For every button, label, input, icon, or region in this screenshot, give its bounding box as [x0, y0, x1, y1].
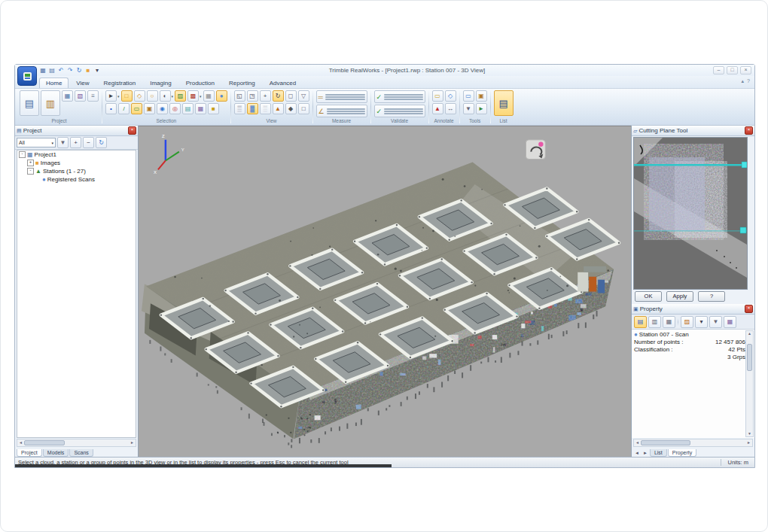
sphere-icon[interactable]: ◉ [157, 103, 168, 114]
tree-expander-icon[interactable]: - [27, 168, 34, 175]
render-intensity-icon[interactable]: ░ [260, 103, 271, 114]
scroll-right-icon[interactable]: ► [745, 440, 752, 445]
slice-handle-upper[interactable] [742, 162, 747, 168]
close-icon[interactable]: × [745, 305, 753, 313]
label-icon[interactable]: ◇ [445, 90, 456, 102]
cutting-plane-icon[interactable]: ▭ [463, 90, 474, 102]
tab-advanced[interactable]: Advanced [263, 78, 303, 88]
pin-view-icon[interactable]: ▤ [634, 316, 647, 328]
scroll-left-icon[interactable]: ◄ [17, 440, 24, 445]
open-project-button[interactable]: ▤ [20, 90, 39, 116]
panel-tab-project[interactable]: Project [17, 449, 42, 457]
minimize-ribbon-icon[interactable]: ▴ [742, 78, 745, 84]
zoom-window-icon[interactable]: ◳ [247, 90, 258, 102]
box-icon[interactable]: ▣ [144, 103, 155, 114]
orbit-icon[interactable]: ↻ [273, 90, 284, 102]
viewport-3d[interactable]: ZYX [139, 126, 631, 457]
tab-home[interactable]: Home [39, 78, 69, 88]
property-vscrollbar[interactable]: ▲ ▼ [745, 330, 754, 437]
pan-icon[interactable]: + [260, 90, 271, 102]
measure-angle-button[interactable]: ∠ [316, 105, 367, 117]
check-report-button[interactable]: ✓ [374, 105, 425, 117]
lock-icon[interactable]: ■ [208, 103, 219, 114]
zoom-extents-icon[interactable]: ◱ [234, 90, 245, 102]
orbit-button[interactable] [526, 140, 545, 160]
invert-icon[interactable]: ◐ [160, 90, 171, 102]
folder-icon[interactable]: ■ [84, 67, 92, 74]
sample-icon[interactable]: ▩ [187, 90, 199, 102]
dimension-icon[interactable]: ↔ [445, 103, 456, 114]
slice-line-lower[interactable] [634, 230, 747, 232]
help-button[interactable]: ? [698, 291, 725, 302]
tree-filter-combo[interactable]: All▾ [17, 138, 56, 147]
property-hscrollbar[interactable]: ◄ ► [633, 439, 753, 447]
filter-icon[interactable]: ▼ [709, 316, 722, 328]
color-by-icon[interactable]: ▨ [681, 316, 693, 328]
panel-tab-list[interactable]: List [650, 449, 667, 457]
filter-icon[interactable]: ▼ [57, 137, 69, 148]
tree-item[interactable]: -▦Project1 [17, 150, 136, 159]
tab-view[interactable]: View [69, 78, 96, 88]
detail-view-icon[interactable]: ▦ [663, 316, 675, 328]
plane-icon[interactable]: ▭ [131, 103, 142, 114]
scroll-thumb[interactable] [641, 440, 690, 445]
redo-icon[interactable]: ↷ [66, 67, 74, 74]
help-icon[interactable]: ? [747, 78, 750, 84]
measure-distance-button[interactable]: ═ [316, 90, 367, 103]
scroll-down-icon[interactable]: ▼ [746, 431, 753, 436]
tabs-right-icon[interactable]: ► [642, 449, 649, 457]
tree-item[interactable]: ●Registered Scans [17, 175, 136, 184]
scroll-thumb[interactable] [747, 344, 752, 371]
note-icon[interactable]: ▭ [432, 90, 443, 102]
collapse-all-icon[interactable]: − [83, 137, 94, 148]
full-screen-icon[interactable]: □ [298, 103, 309, 114]
application-menu-button[interactable] [17, 66, 37, 86]
close-icon[interactable]: × [745, 126, 753, 135]
station-icon[interactable]: ▲ [273, 103, 284, 114]
camera-icon[interactable]: ◆ [285, 103, 297, 114]
scroll-thumb[interactable] [24, 440, 65, 445]
flag-icon[interactable]: ▲ [432, 103, 443, 114]
dropdown-icon[interactable]: ▾ [695, 316, 708, 328]
poly-select-icon[interactable]: ◇ [134, 90, 145, 102]
mesh-icon[interactable]: ▦ [195, 103, 206, 114]
list-view-button[interactable]: ▤ [494, 90, 514, 116]
sample-dropdown-icon[interactable]: ▾ [200, 94, 202, 99]
tree-expander-icon[interactable]: + [27, 160, 34, 166]
invert-dropdown-icon[interactable]: ▾ [172, 94, 174, 99]
pick-dropdown-icon[interactable]: ▾ [117, 94, 120, 99]
limit-box-icon[interactable]: ▣ [476, 90, 487, 102]
save-icon[interactable]: ▦ [62, 90, 73, 102]
save-icon[interactable]: ▦ [39, 67, 47, 74]
slice-handle-lower[interactable] [740, 227, 746, 233]
refresh-icon[interactable]: ↻ [75, 67, 83, 74]
settings-icon[interactable]: ≡ [87, 90, 99, 102]
point-icon[interactable]: • [105, 103, 117, 114]
segment-icon[interactable]: ▨ [175, 90, 186, 102]
target-icon[interactable]: ◎ [169, 103, 181, 114]
export-icon[interactable]: ▧ [75, 90, 86, 102]
undo-icon[interactable]: ↶ [57, 67, 65, 74]
tree-item[interactable]: +■Images [17, 159, 136, 167]
render-points-icon[interactable]: ▒ [234, 103, 245, 114]
grid-icon[interactable]: ▦ [203, 90, 215, 102]
slice-preview-canvas[interactable] [633, 137, 748, 290]
rect-select-icon[interactable]: □ [121, 90, 133, 102]
line-icon[interactable]: / [118, 103, 130, 114]
slice-line-upper[interactable] [634, 164, 747, 166]
front-icon[interactable]: ◻ [285, 90, 297, 102]
panel-tab-scans[interactable]: Scans [69, 449, 93, 457]
scroll-up-icon[interactable]: ▲ [746, 331, 753, 336]
project-tree[interactable]: -▦Project1+■Images-▲Stations (1 - 27)●Re… [17, 150, 136, 438]
apply-button[interactable]: Apply [666, 291, 693, 302]
top-icon[interactable]: ▽ [298, 90, 309, 102]
render-color-icon[interactable]: ▓ [247, 103, 258, 114]
cloud-icon[interactable]: ● [216, 90, 227, 102]
panel-tab-models[interactable]: Models [43, 449, 69, 457]
list-view2-icon[interactable]: ▥ [648, 316, 661, 328]
export-view-icon[interactable]: ► [476, 103, 487, 114]
close-icon[interactable]: × [128, 126, 136, 135]
point-cloud-scene[interactable]: ZYX [139, 126, 631, 457]
tree-expander-icon[interactable]: - [19, 151, 26, 158]
tab-production[interactable]: Production [179, 78, 221, 88]
